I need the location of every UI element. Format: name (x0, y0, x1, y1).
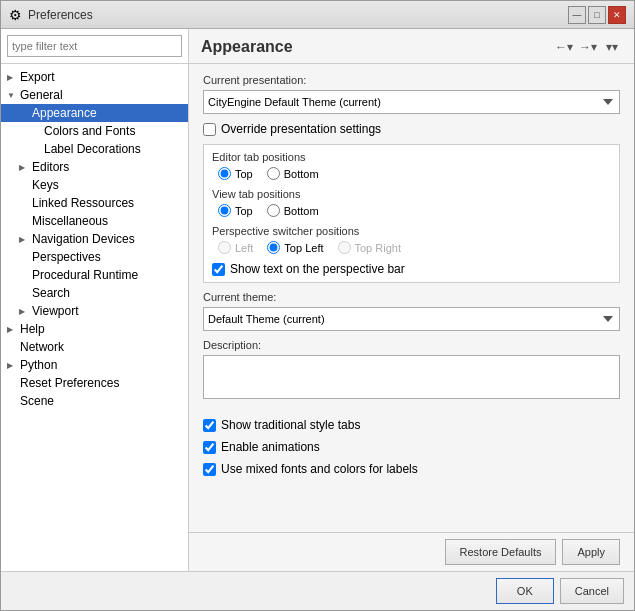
override-label: Override presentation settings (221, 122, 381, 136)
perspective-top-right-radio[interactable] (338, 241, 351, 254)
editor-tab-label: Editor tab positions (212, 151, 611, 163)
tree-item-scene[interactable]: Scene (1, 392, 188, 410)
arrow-icon: ▶ (19, 163, 29, 172)
view-tab-bottom-option[interactable]: Bottom (267, 204, 319, 217)
view-tab-bottom-label: Bottom (284, 205, 319, 217)
header-icons: ←▾ →▾ ▾▾ (554, 37, 622, 57)
tree-label: Viewport (32, 304, 78, 318)
tree-item-colors-fonts[interactable]: Colors and Fonts (1, 122, 188, 140)
tree-label: Export (20, 70, 55, 84)
perspective-left-option[interactable]: Left (218, 241, 253, 254)
view-tab-bottom-radio[interactable] (267, 204, 280, 217)
editor-tab-group: Top Bottom (212, 167, 611, 180)
mixed-fonts-checkbox[interactable] (203, 463, 216, 476)
editor-tab-top-radio[interactable] (218, 167, 231, 180)
window-title: Preferences (28, 8, 93, 22)
perspective-left-label: Left (235, 242, 253, 254)
perspective-top-left-option[interactable]: Top Left (267, 241, 323, 254)
perspective-group: Left Top Left Top Right (212, 241, 611, 254)
editor-tab-bottom-option[interactable]: Bottom (267, 167, 319, 180)
tree-item-label-decorations[interactable]: Label Decorations (1, 140, 188, 158)
preferences-window: ⚙ Preferences — □ ✕ ▶ Export ▼ (0, 0, 635, 611)
right-panel: Appearance ←▾ →▾ ▾▾ Current presentation… (189, 29, 634, 571)
tree-item-keys[interactable]: Keys (1, 176, 188, 194)
perspective-left-radio[interactable] (218, 241, 231, 254)
restore-defaults-button[interactable]: Restore Defaults (445, 539, 557, 565)
forward-button[interactable]: →▾ (578, 37, 598, 57)
perspective-top-left-radio[interactable] (267, 241, 280, 254)
mixed-fonts-label: Use mixed fonts and colors for labels (221, 462, 418, 476)
tree-item-search[interactable]: Search (1, 284, 188, 302)
tree-item-network[interactable]: Network (1, 338, 188, 356)
override-row: Override presentation settings (203, 122, 620, 136)
tree-label: Scene (20, 394, 54, 408)
minimize-button[interactable]: — (568, 6, 586, 24)
perspective-label: Perspective switcher positions (212, 225, 611, 237)
tree-item-editors[interactable]: ▶ Editors (1, 158, 188, 176)
close-button[interactable]: ✕ (608, 6, 626, 24)
menu-button[interactable]: ▾▾ (602, 37, 622, 57)
apply-button[interactable]: Apply (562, 539, 620, 565)
tree-label: Keys (32, 178, 59, 192)
tree-item-perspectives[interactable]: Perspectives (1, 248, 188, 266)
arrow-icon: ▶ (19, 307, 29, 316)
panel-bottom-buttons: Restore Defaults Apply (189, 532, 634, 571)
override-checkbox[interactable] (203, 123, 216, 136)
view-tab-group: Top Bottom (212, 204, 611, 217)
panel-body: Current presentation: CityEngine Default… (189, 64, 634, 532)
editor-tab-top-option[interactable]: Top (218, 167, 253, 180)
perspective-top-right-option[interactable]: Top Right (338, 241, 401, 254)
tree-label: Help (20, 322, 45, 336)
cancel-button[interactable]: Cancel (560, 578, 624, 604)
tree-item-appearance[interactable]: Appearance (1, 104, 188, 122)
show-tabs-checkbox[interactable] (203, 419, 216, 432)
tree-label: Label Decorations (44, 142, 141, 156)
arrow-icon: ▶ (7, 361, 17, 370)
tree-item-navigation-devices[interactable]: ▶ Navigation Devices (1, 230, 188, 248)
show-text-label: Show text on the perspective bar (230, 262, 405, 276)
tree-label: Appearance (32, 106, 97, 120)
tree-item-reset-preferences[interactable]: Reset Preferences (1, 374, 188, 392)
ok-button[interactable]: OK (496, 578, 554, 604)
view-tab-top-label: Top (235, 205, 253, 217)
show-text-checkbox[interactable] (212, 263, 225, 276)
tree-label: Procedural Runtime (32, 268, 138, 282)
editor-tab-top-label: Top (235, 168, 253, 180)
view-tab-top-radio[interactable] (218, 204, 231, 217)
arrow-icon: ▶ (7, 325, 17, 334)
theme-dropdown[interactable]: Default Theme (current) (203, 307, 620, 331)
description-label: Description: (203, 339, 620, 351)
left-panel: ▶ Export ▼ General Appearance Colors and… (1, 29, 189, 571)
filter-input[interactable] (7, 35, 182, 57)
tree-item-viewport[interactable]: ▶ Viewport (1, 302, 188, 320)
title-bar-left: ⚙ Preferences (9, 7, 93, 23)
tree-item-python[interactable]: ▶ Python (1, 356, 188, 374)
presentation-dropdown[interactable]: CityEngine Default Theme (current) (203, 90, 620, 114)
editor-tab-bottom-radio[interactable] (267, 167, 280, 180)
view-tab-top-option[interactable]: Top (218, 204, 253, 217)
tree-label: Search (32, 286, 70, 300)
app-icon: ⚙ (9, 7, 22, 23)
enable-animations-checkbox[interactable] (203, 441, 216, 454)
tree-label: Miscellaneous (32, 214, 108, 228)
current-presentation-label: Current presentation: (203, 74, 620, 86)
perspective-top-left-label: Top Left (284, 242, 323, 254)
enable-animations-label: Enable animations (221, 440, 320, 454)
back-button[interactable]: ←▾ (554, 37, 574, 57)
tree-item-procedural-runtime[interactable]: Procedural Runtime (1, 266, 188, 284)
tree-item-general[interactable]: ▼ General (1, 86, 188, 104)
tree-label: Editors (32, 160, 69, 174)
tree-label: Perspectives (32, 250, 101, 264)
description-textarea[interactable] (203, 355, 620, 399)
panel-header: Appearance ←▾ →▾ ▾▾ (189, 29, 634, 64)
editor-tab-bottom-label: Bottom (284, 168, 319, 180)
tree-item-linked-resources[interactable]: Linked Ressources (1, 194, 188, 212)
maximize-button[interactable]: □ (588, 6, 606, 24)
title-buttons: — □ ✕ (568, 6, 626, 24)
tree-label: Network (20, 340, 64, 354)
tree-item-export[interactable]: ▶ Export (1, 68, 188, 86)
tree-item-help[interactable]: ▶ Help (1, 320, 188, 338)
tree-item-miscellaneous[interactable]: Miscellaneous (1, 212, 188, 230)
arrow-icon: ▼ (7, 91, 17, 100)
filter-box (1, 29, 188, 64)
